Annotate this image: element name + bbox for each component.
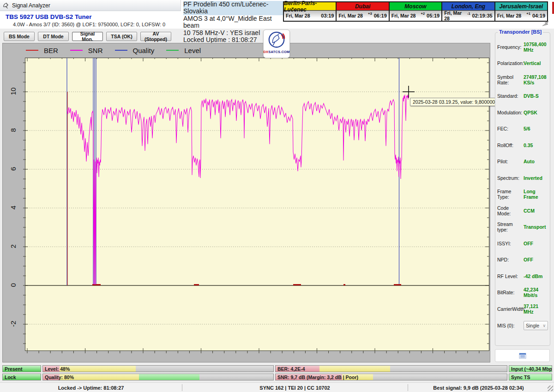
chevron-down-icon: ∨	[542, 323, 546, 328]
signal-chart-panel: BERSNRQualityLevel 2025-03-28 03.19.25, …	[2, 43, 490, 362]
list-icon	[519, 353, 526, 359]
clock-time: 04:19	[532, 13, 545, 18]
resize-grip[interactable]	[548, 386, 553, 391]
clock-city-label: Berlin-Paris-Lučenec	[284, 2, 336, 11]
toolbar: BS ModeDT ModeSignal Mon.TSA (OK)AV (Sto…	[4, 32, 171, 41]
clock-time-row: Fri, Mar 28+306:19	[337, 11, 388, 20]
y-axis-label: -2	[9, 321, 17, 327]
clock-utc-offset: -1	[467, 12, 470, 16]
transponder-row-label: Spectrum:	[497, 175, 524, 181]
tuner-info: TBS 5927 USB DVB-S2 Tuner 4.0W - Amos 3/…	[6, 13, 165, 27]
window-title: Signal Analyzer	[12, 2, 50, 9]
clock-utc-offset: +3	[368, 12, 372, 16]
transponder-row-label: Pilot:	[497, 159, 524, 164]
bar-segment-yellow	[319, 366, 390, 372]
statusbar-sync-counters: SYNC 162 | TEI 20 | CC 10702	[182, 383, 408, 392]
legend-label: SNR	[88, 47, 103, 54]
clock-time: 05:19	[427, 13, 440, 18]
transponder-row: CarrierWidth:37,121 MHz	[495, 301, 550, 317]
status-bar-input-40-34-mbps-: Input (~40,34 Mbps)	[509, 365, 552, 372]
transponder-row-label: Frequency:	[497, 44, 524, 50]
transponder-row-label: Frame Type:	[497, 189, 524, 200]
status-bar-present: Present	[2, 365, 41, 372]
tuner-subtitle: 4.0W - Amos 3/7 (ID: 3560) @ LOF1: 97500…	[6, 22, 165, 27]
status-bar-lock: Lock	[2, 374, 41, 380]
clock-city-label: Moscow	[390, 2, 441, 11]
status-bar-label: BER: 4,2E-4	[277, 366, 305, 372]
status-bar-label: Input (~40,34 Mbps)	[511, 366, 552, 372]
y-axis-label: 0	[9, 283, 17, 287]
toolbar-button-tsa-ok-[interactable]: TSA (OK)	[106, 32, 137, 41]
transponder-row-label: CarrierWidth:	[497, 306, 524, 312]
toolbar-button-signal-mon-[interactable]: Signal Mon.	[72, 32, 103, 41]
transponder-row: Standard:DVB-S	[495, 88, 550, 105]
toolbar-button-av-stopped-[interactable]: AV (Stopped)	[140, 32, 171, 41]
clock-1: Berlin-Paris-LučenecFri, Mar 2803:19	[283, 1, 337, 22]
antenna-info-line: PF Prodelin 450 cm/Lučenec-Slovakia	[183, 1, 284, 15]
clock-date: Fri, Mar 28	[497, 13, 522, 18]
signal-plot[interactable]: 2025-03-28 03.19.25, value: 9,8000001907…	[25, 58, 489, 351]
clock-utc-offset: +2	[421, 12, 425, 16]
legend-item-ber: BER	[26, 47, 58, 54]
status-bar-sync-ts: Sync TS	[509, 374, 552, 380]
legend-item-quality: Quality	[115, 47, 155, 54]
transponder-row-value: 5/6	[524, 126, 530, 131]
app-icon	[3, 2, 9, 9]
toolbar-button-dt-mode[interactable]: DT Mode	[38, 32, 69, 41]
status-bar-label: SNR: 9,7 dB (Margin: 3,2 dB | Poor)	[277, 374, 358, 380]
transponder-row: Symbol Rate:27497,108 KS/s	[495, 71, 550, 88]
transponder-row-value: 10758,400 MHz	[524, 42, 548, 53]
clock-time-row: Fri, Mar 28-102:19:35	[442, 11, 494, 20]
clock-date: Fri, Mar 28	[286, 13, 310, 18]
transponder-row-label: Code Mode:	[497, 205, 524, 216]
mis-select[interactable]: Single∨	[524, 321, 548, 330]
logo-text: DXSATCS.COM	[263, 50, 289, 54]
mis-selected-value: Single	[526, 323, 539, 328]
transponder-row-label: Modulation:	[497, 110, 524, 115]
transponder-row: Pilot:Auto	[495, 154, 550, 170]
statusbar-best-signal: Best signal: 9,9 dB (2025-03-28 02:34)	[408, 383, 549, 392]
statusbar-lock-uptime: Locked -> Uptime: 81:08:27	[0, 383, 182, 392]
legend-color-line	[70, 50, 83, 51]
edge-artifact	[552, 2, 554, 14]
status-bar-label: Sync TS	[511, 374, 530, 380]
transponder-row-label: RF Level:	[497, 273, 524, 279]
status-bar-label: Lock	[5, 374, 16, 380]
transponder-row-value: Inverted	[524, 175, 542, 181]
transponder-row: Stream type:Transport	[495, 219, 550, 236]
dxsatcs-logo: DXSATCS.COM	[263, 30, 290, 58]
clock-time: 02:19:35	[472, 13, 493, 18]
transponder-row-value: -42 dBm	[524, 273, 542, 279]
transport-list-button[interactable]	[495, 349, 550, 362]
transponder-row: Frequency:10758,400 MHz	[495, 39, 550, 55]
transponder-group-title: Transponder [BS]	[498, 29, 543, 35]
transponder-row: ISSYI:OFF	[495, 235, 550, 252]
transponder-rows: Frequency:10758,400 MHzPolarization:Vert…	[495, 39, 550, 334]
transponder-row: FEC:5/6	[495, 121, 550, 137]
clock-date: Fri, Mar 28	[338, 13, 363, 18]
signal-analyzer-window: Signal Analyzer TBS 5927 USB DVB-S2 Tune…	[0, 0, 554, 392]
clock-time: 03:19	[321, 13, 334, 18]
transponder-row-value: CCM	[524, 208, 535, 214]
toolbar-button-bs-mode[interactable]: BS Mode	[4, 32, 35, 41]
cursor-hand-icon	[541, 19, 550, 27]
transponder-row: RF Level:-42 dBm	[495, 268, 550, 285]
clock-2: DubaiFri, Mar 28+306:19	[336, 1, 389, 22]
transponder-row-label: Standard:	[497, 93, 524, 99]
transponder-row-label: RollOff:	[497, 143, 524, 148]
clock-time-row: Fri, Mar 28+205:19	[390, 11, 441, 20]
world-clocks: Berlin-Paris-LučenecFri, Mar 2803:19Duba…	[283, 1, 548, 22]
transponder-row-value: 0.35	[524, 143, 533, 148]
clock-city-label: Dubai	[337, 2, 388, 11]
bar-segment-yellow	[60, 366, 136, 372]
bar-segment-gray	[199, 374, 273, 380]
satellite-dish-icon	[267, 31, 286, 49]
bar-segment-green	[139, 374, 199, 380]
status-bar-label: Quality: 80%	[45, 374, 74, 380]
transponder-row-label: ISSYI:	[497, 241, 524, 246]
clock-time-row: Fri, Mar 28+104:19	[495, 11, 547, 20]
clock-city-label: Jerusalem-Israel	[495, 2, 547, 11]
legend-color-line	[26, 50, 38, 51]
legend-color-line	[115, 50, 127, 51]
legend-item-snr: SNR	[70, 47, 103, 54]
